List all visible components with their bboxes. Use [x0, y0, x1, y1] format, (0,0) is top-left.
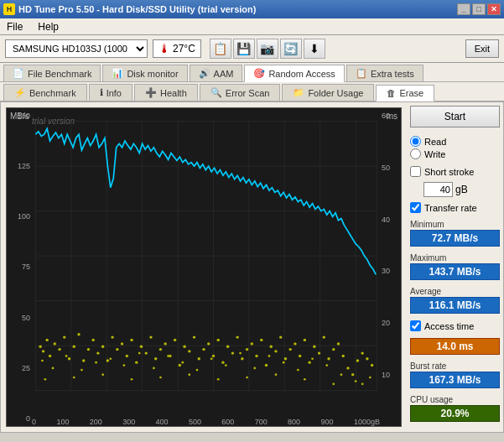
- tab-health[interactable]: ➕ Health: [134, 84, 198, 101]
- svg-point-20: [45, 339, 48, 341]
- menu-help[interactable]: Help: [34, 19, 62, 34]
- svg-point-19: [42, 350, 44, 352]
- camera-icon-btn[interactable]: 📷: [257, 39, 278, 59]
- svg-point-25: [68, 357, 70, 360]
- toolbar: SAMSUNG HD103SJ (1000 gB) 🌡 27°C 📋 💾 📷 🔄…: [0, 35, 504, 63]
- svg-point-107: [297, 369, 299, 372]
- refresh-icon-btn[interactable]: 🔄: [280, 39, 302, 59]
- tab-erase[interactable]: 🗑 Erase: [376, 85, 434, 101]
- svg-point-100: [196, 369, 199, 372]
- svg-point-105: [268, 355, 271, 357]
- read-write-group: Read Write: [410, 134, 500, 161]
- tab-file-benchmark[interactable]: 📄 File Benchmark: [3, 65, 101, 81]
- svg-point-108: [311, 357, 314, 360]
- svg-point-44: [159, 348, 162, 351]
- svg-point-71: [288, 348, 291, 351]
- svg-point-39: [135, 361, 138, 364]
- svg-point-42: [149, 335, 152, 338]
- exit-button[interactable]: Exit: [465, 39, 499, 58]
- stroke-unit-label: gB: [455, 184, 468, 195]
- svg-point-28: [82, 359, 85, 361]
- short-stroke-checkbox[interactable]: [410, 166, 421, 177]
- tabs-row2: ⚡ Benchmark ℹ Info ➕ Health 🔍 Error Scan…: [0, 82, 504, 101]
- svg-point-59: [231, 351, 234, 354]
- svg-point-62: [246, 348, 248, 351]
- svg-point-88: [371, 364, 373, 367]
- svg-point-40: [140, 346, 143, 348]
- maximize-button[interactable]: □: [472, 3, 486, 15]
- svg-point-122: [304, 378, 306, 381]
- svg-point-68: [274, 350, 277, 352]
- svg-point-31: [96, 351, 99, 354]
- read-radio-label[interactable]: Read: [410, 136, 500, 147]
- folder-usage-icon: 📁: [293, 87, 304, 98]
- transfer-rate-checkbox[interactable]: [410, 202, 421, 213]
- svg-point-117: [159, 377, 162, 379]
- drive-select[interactable]: SAMSUNG HD103SJ (1000 gB): [5, 39, 148, 58]
- stroke-input-row: gB: [423, 182, 500, 197]
- svg-point-73: [299, 355, 301, 357]
- svg-point-27: [77, 333, 80, 335]
- svg-point-35: [116, 348, 118, 351]
- svg-point-77: [318, 351, 320, 354]
- svg-point-74: [304, 339, 306, 341]
- menu-bar: File Help: [0, 18, 504, 35]
- svg-point-21: [49, 355, 51, 357]
- tab-disk-monitor[interactable]: 📊 Disk monitor: [102, 65, 187, 81]
- svg-point-118: [188, 373, 190, 376]
- cpu-usage-value: 20.9%: [410, 405, 500, 422]
- minimize-button[interactable]: _: [457, 3, 470, 15]
- svg-point-65: [260, 339, 262, 341]
- tab-extra-tests[interactable]: 📋 Extra tests: [346, 65, 423, 81]
- menu-file[interactable]: File: [3, 19, 26, 34]
- download-icon-btn[interactable]: ⬇: [304, 39, 325, 59]
- tab-info[interactable]: ℹ Info: [89, 84, 132, 101]
- tab-folder-usage[interactable]: 📁 Folder Usage: [282, 84, 374, 101]
- average-value: 116.1 MB/s: [410, 297, 500, 314]
- thermometer-icon: 🌡: [158, 42, 170, 55]
- write-radio-label[interactable]: Write: [410, 148, 500, 159]
- svg-point-43: [154, 357, 157, 360]
- svg-point-70: [284, 357, 287, 360]
- info-icon: ℹ: [100, 87, 103, 98]
- svg-point-61: [241, 357, 243, 360]
- maximum-stat: Maximum 143.7 MB/s: [410, 253, 500, 280]
- read-radio[interactable]: [410, 136, 421, 147]
- tab-random-access[interactable]: 🎯 Random Access: [244, 65, 344, 82]
- svg-point-110: [340, 373, 343, 376]
- svg-point-24: [63, 335, 65, 338]
- copy-icon-btn[interactable]: 📋: [210, 39, 231, 59]
- svg-point-94: [109, 357, 112, 360]
- svg-point-69: [279, 335, 282, 338]
- transfer-rate-row: Transfer rate: [410, 202, 500, 213]
- svg-point-54: [207, 342, 210, 345]
- cpu-usage-stat: CPU usage 20.9%: [410, 395, 500, 422]
- svg-point-103: [239, 352, 242, 355]
- access-time-checkbox[interactable]: [410, 320, 421, 331]
- tab-error-scan[interactable]: 🔍 Error Scan: [200, 84, 281, 101]
- tab-benchmark[interactable]: ⚡ Benchmark: [3, 84, 87, 101]
- average-stat: Average 116.1 MB/s: [410, 287, 500, 314]
- svg-point-49: [183, 346, 185, 348]
- svg-point-53: [202, 348, 205, 351]
- start-button[interactable]: Start: [410, 106, 500, 127]
- svg-point-85: [356, 359, 359, 361]
- svg-point-97: [153, 367, 155, 370]
- file-benchmark-icon: 📄: [13, 68, 24, 79]
- svg-point-95: [122, 364, 125, 367]
- svg-point-82: [342, 355, 345, 357]
- svg-point-72: [294, 342, 296, 345]
- save-icon-btn[interactable]: 💾: [233, 39, 255, 59]
- svg-point-119: [217, 378, 220, 381]
- stroke-value-input[interactable]: [423, 182, 453, 197]
- erase-icon: 🗑: [387, 88, 396, 98]
- close-button[interactable]: ✕: [487, 3, 501, 15]
- app-icon: H: [3, 3, 15, 15]
- svg-point-30: [91, 339, 94, 341]
- error-scan-icon: 🔍: [210, 87, 222, 98]
- disk-monitor-icon: 📊: [112, 68, 123, 79]
- tab-aam[interactable]: 🔊 AAM: [190, 65, 243, 81]
- short-stroke-row: Short stroke: [410, 166, 500, 177]
- svg-point-80: [332, 348, 335, 351]
- write-radio[interactable]: [410, 148, 421, 159]
